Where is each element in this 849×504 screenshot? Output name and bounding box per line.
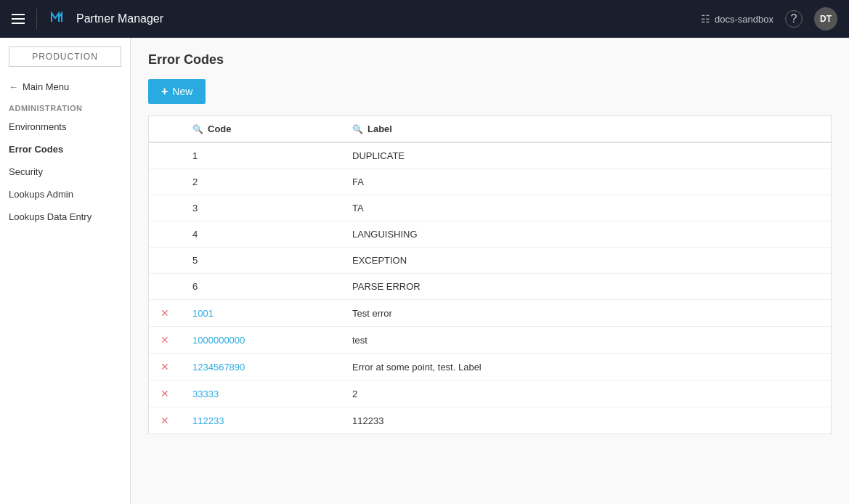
label-cell-r8: test: [341, 327, 831, 354]
help-button[interactable]: ?: [785, 10, 803, 28]
main-content: Error Codes + New 🔍 Code: [131, 38, 849, 504]
sidebar-item-security[interactable]: Security: [0, 160, 130, 183]
delete-cell-r10: ✕: [149, 381, 181, 407]
table-row: ✕1001Test error: [149, 300, 831, 327]
workspace-name: docs-sandbox: [715, 14, 773, 25]
label-cell-r2: FA: [341, 169, 831, 195]
delete-icon-r11[interactable]: ✕: [161, 415, 169, 426]
workspace-selector[interactable]: ☷ docs-sandbox: [701, 13, 773, 25]
table-row: 6PARSE ERROR: [149, 274, 831, 300]
back-arrow-icon: ←: [9, 81, 18, 92]
table-row: ✕1000000000test: [149, 327, 831, 354]
sidebar-item-error-codes[interactable]: Error Codes: [0, 138, 130, 160]
code-cell-r1: 1: [181, 142, 341, 169]
label-col-label: Label: [367, 123, 392, 134]
delete-cell-r11: ✕: [149, 407, 181, 434]
table-row: 1DUPLICATE: [149, 142, 831, 169]
code-link-r9[interactable]: 1234567890: [192, 362, 245, 373]
error-codes-table: 🔍 Code 🔍 Label 1DUPLICATE2FA3TA4LANGUI: [148, 115, 832, 434]
table-row: ✕333332: [149, 381, 831, 407]
delete-icon-r10[interactable]: ✕: [161, 388, 169, 399]
delete-cell-r1: [149, 142, 181, 169]
code-link-r8[interactable]: 1000000000: [192, 335, 245, 346]
code-cell-r3: 3: [181, 195, 341, 221]
delete-cell-r2: [149, 169, 181, 195]
new-button[interactable]: + New: [148, 79, 206, 104]
table-header-row: 🔍 Code 🔍 Label: [149, 116, 831, 142]
delete-cell-r8: ✕: [149, 327, 181, 354]
delete-cell-r4: [149, 221, 181, 248]
label-cell-r5: EXCEPTION: [341, 248, 831, 274]
code-search-icon[interactable]: 🔍: [192, 124, 203, 134]
table-row: ✕112233112233: [149, 407, 831, 434]
label-cell-r9: Error at some point, test. Label: [341, 354, 831, 381]
delete-col-header: [149, 116, 181, 142]
table-row: ✕1234567890Error at some point, test. La…: [149, 354, 831, 381]
label-cell-r1: DUPLICATE: [341, 142, 831, 169]
delete-cell-r3: [149, 195, 181, 221]
app-title: Partner Manager: [76, 12, 163, 25]
delete-cell-r7: ✕: [149, 300, 181, 327]
main-layout: PRODUCTION ← Main Menu ADMINISTRATION En…: [0, 38, 849, 504]
sidebar-item-environments[interactable]: Environments: [0, 115, 130, 138]
label-col-header: 🔍 Label: [341, 116, 831, 142]
menu-icon[interactable]: [12, 14, 25, 24]
sidebar-item-lookups-admin[interactable]: Lookups Admin: [0, 183, 130, 206]
label-cell-r3: TA: [341, 195, 831, 221]
table-row: 4LANGUISHING: [149, 221, 831, 248]
sidebar-section-label: ADMINISTRATION: [0, 98, 130, 115]
delete-cell-r9: ✕: [149, 354, 181, 381]
new-button-label: New: [172, 86, 192, 97]
app-header: Partner Manager ☷ docs-sandbox ? DT: [0, 0, 849, 38]
code-cell-r2: 2: [181, 169, 341, 195]
label-cell-r6: PARSE ERROR: [341, 274, 831, 300]
code-link-r7[interactable]: 1001: [192, 308, 214, 319]
plus-icon: +: [161, 85, 168, 98]
header-divider: [36, 9, 37, 29]
delete-cell-r6: [149, 274, 181, 300]
label-cell-r4: LANGUISHING: [341, 221, 831, 248]
delete-icon-r9[interactable]: ✕: [161, 361, 169, 373]
env-selector[interactable]: PRODUCTION: [9, 46, 121, 67]
code-cell-r11[interactable]: 112233: [181, 407, 341, 434]
code-cell-r9[interactable]: 1234567890: [181, 354, 341, 381]
code-cell-r10[interactable]: 33333: [181, 381, 341, 407]
user-avatar[interactable]: DT: [814, 7, 837, 31]
header-right: ☷ docs-sandbox ? DT: [701, 7, 837, 31]
label-cell-r7: Test error: [341, 300, 831, 327]
code-cell-r7[interactable]: 1001: [181, 300, 341, 327]
app-logo: [49, 9, 65, 29]
sidebar-item-lookups-data-entry[interactable]: Lookups Data Entry: [0, 206, 130, 228]
page-title: Error Codes: [148, 52, 832, 68]
sidebar-items: EnvironmentsError CodesSecurityLookups A…: [0, 115, 130, 228]
table-row: 2FA: [149, 169, 831, 195]
table-body: 1DUPLICATE2FA3TA4LANGUISHING5EXCEPTION6P…: [149, 142, 831, 434]
label-search-icon[interactable]: 🔍: [352, 124, 363, 134]
code-cell-r8[interactable]: 1000000000: [181, 327, 341, 354]
table-row: 3TA: [149, 195, 831, 221]
sidebar-back-label: Main Menu: [23, 81, 69, 92]
delete-cell-r5: [149, 248, 181, 274]
workspace-icon: ☷: [701, 13, 710, 25]
sidebar: PRODUCTION ← Main Menu ADMINISTRATION En…: [0, 38, 131, 504]
code-link-r10[interactable]: 33333: [192, 389, 219, 399]
delete-icon-r7[interactable]: ✕: [161, 307, 169, 319]
delete-icon-r8[interactable]: ✕: [161, 334, 169, 346]
label-cell-r11: 112233: [341, 407, 831, 434]
sidebar-back[interactable]: ← Main Menu: [0, 76, 130, 98]
code-cell-r4: 4: [181, 221, 341, 248]
code-col-label: Code: [208, 123, 232, 134]
label-cell-r10: 2: [341, 381, 831, 407]
code-link-r11[interactable]: 112233: [192, 415, 224, 426]
code-cell-r5: 5: [181, 248, 341, 274]
code-col-header: 🔍 Code: [181, 116, 341, 142]
table-row: 5EXCEPTION: [149, 248, 831, 274]
code-cell-r6: 6: [181, 274, 341, 300]
